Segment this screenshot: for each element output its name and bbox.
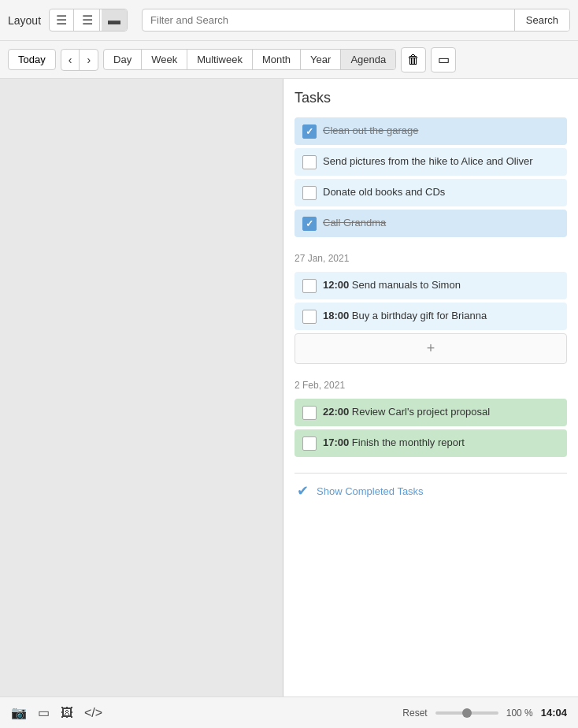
layout-btn-full[interactable]: ▬ <box>102 9 127 31</box>
search-input[interactable] <box>143 9 514 31</box>
task-checkbox-5[interactable] <box>302 279 317 293</box>
task-checkbox-6[interactable] <box>302 310 317 324</box>
code-icon[interactable]: </> <box>84 706 102 720</box>
task-checkbox-3[interactable] <box>302 186 317 200</box>
show-completed-checkbox[interactable]: ✔ <box>295 483 310 499</box>
tab-month[interactable]: Month <box>253 50 301 69</box>
task-checkbox-8[interactable] <box>302 436 317 451</box>
tab-week[interactable]: Week <box>142 50 187 69</box>
zoom-thumb <box>462 708 472 718</box>
task-text-7: 22:00 Review Carl's project proposal <box>323 405 559 419</box>
task-item: 17:00 Finish the monthly report <box>295 429 567 457</box>
task-checkbox-4[interactable] <box>302 217 317 231</box>
task-item: Call Grandma <box>295 210 567 237</box>
task-item: 18:00 Buy a birthday gift for Brianna <box>295 303 567 330</box>
battery-button[interactable]: ▭ <box>431 47 456 72</box>
camera-icon[interactable]: 📷 <box>11 705 27 720</box>
status-bar: 📷 ▭ 🖼 </> Reset 100 % 14:04 <box>0 696 578 728</box>
tasks-panel: Tasks Clean out the garage Send pictures… <box>283 79 578 696</box>
show-completed-section: ✔ Show Completed Tasks <box>295 473 567 499</box>
left-panel <box>0 79 283 696</box>
reset-label: Reset <box>402 708 427 719</box>
nav-next-button[interactable]: › <box>80 50 98 70</box>
task-text-4: Call Grandma <box>323 216 559 230</box>
zoom-slider[interactable] <box>435 711 498 715</box>
task-checkbox-1[interactable] <box>302 124 317 139</box>
time-display: 14:04 <box>541 707 567 719</box>
task-checkbox-7[interactable] <box>302 406 317 420</box>
task-text-5: 12:00 Send manuals to Simon <box>323 278 559 292</box>
date-section-2: 2 Feb, 2021 <box>295 378 567 392</box>
add-task-button[interactable]: + <box>295 333 567 364</box>
task-text-2: Send pictures from the hike to Alice and… <box>323 154 559 169</box>
task-item: 12:00 Send manuals to Simon <box>295 272 567 299</box>
nav-arrow-group: ‹ › <box>61 49 98 71</box>
image-icon[interactable]: 🖼 <box>61 706 73 720</box>
window-icon[interactable]: ▭ <box>38 705 50 720</box>
task-item: Send pictures from the hike to Alice and… <box>295 148 567 176</box>
search-box: Search <box>142 9 570 32</box>
task-item: 22:00 Review Carl's project proposal <box>295 399 567 426</box>
tab-year[interactable]: Year <box>301 50 341 69</box>
layout-label: Layout <box>8 14 41 27</box>
main-area: Tasks Clean out the garage Send pictures… <box>0 79 578 696</box>
tab-agenda[interactable]: Agenda <box>341 50 395 69</box>
status-icons: 📷 ▭ 🖼 </> <box>11 705 102 720</box>
blue-check-icon: ✔ <box>297 482 309 500</box>
date-label-1: 27 Jan, 2021 <box>295 251 567 266</box>
layout-btn-compact[interactable]: ☰ <box>50 9 74 31</box>
search-button[interactable]: Search <box>514 9 569 31</box>
task-text-6: 18:00 Buy a birthday gift for Brianna <box>323 309 559 323</box>
date-section-1: 27 Jan, 2021 <box>295 251 567 266</box>
layout-btn-group: ☰ ☰ ▬ <box>49 9 128 32</box>
view-tabs: Day Week Multiweek Month Year Agenda <box>103 49 396 70</box>
delete-button[interactable]: 🗑 <box>401 47 426 72</box>
tasks-title: Tasks <box>295 90 567 106</box>
top-toolbar: Layout ☰ ☰ ▬ Search <box>0 0 578 41</box>
task-text-1: Clean out the garage <box>323 124 559 138</box>
date-label-2: 2 Feb, 2021 <box>295 378 567 392</box>
task-item: Donate old books and CDs <box>295 179 567 206</box>
nav-prev-button[interactable]: ‹ <box>61 50 80 70</box>
layout-btn-medium[interactable]: ☰ <box>76 9 100 31</box>
nav-toolbar: Today ‹ › Day Week Multiweek Month Year … <box>0 41 578 79</box>
task-item: Clean out the garage <box>295 117 567 145</box>
task-checkbox-2[interactable] <box>302 155 317 169</box>
zoom-percentage: 100 % <box>506 708 533 719</box>
tab-day[interactable]: Day <box>104 50 142 69</box>
tab-multiweek[interactable]: Multiweek <box>187 50 253 69</box>
task-text-8: 17:00 Finish the monthly report <box>323 436 559 450</box>
status-right: Reset 100 % 14:04 <box>402 707 567 719</box>
today-button[interactable]: Today <box>8 49 56 70</box>
show-completed-label[interactable]: Show Completed Tasks <box>317 485 424 497</box>
task-text-3: Donate old books and CDs <box>323 185 559 199</box>
